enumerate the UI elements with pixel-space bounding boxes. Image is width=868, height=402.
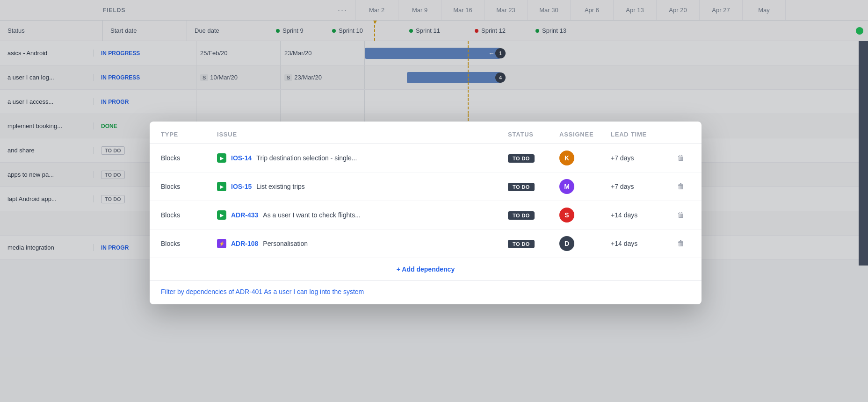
avatar: S [559, 208, 574, 223]
dependency-row[interactable]: Blocks▶ADR-433As a user I want to check … [150, 201, 702, 230]
modal-header-row: Type Issue Status Assignee Lead time [150, 122, 702, 144]
dep-lead-time-cell: +7 days [611, 183, 672, 190]
modal-issue-header: Issue [217, 131, 508, 138]
modal-assignee-header: Assignee [559, 131, 611, 138]
issue-id[interactable]: IOS-15 [231, 183, 252, 190]
issue-id[interactable]: IOS-14 [231, 154, 252, 162]
dependency-row[interactable]: Blocks▶IOS-15List existing tripsTO DOM+7… [150, 172, 702, 201]
dep-issue-cell: ▶ADR-433As a user I want to check flight… [217, 210, 508, 220]
dep-delete-cell[interactable]: 🗑 [672, 211, 690, 219]
dep-type-cell: Blocks [161, 183, 217, 190]
dep-issue-cell: ▶IOS-15List existing trips [217, 182, 508, 191]
modal-lead-time-header: Lead time [611, 131, 672, 138]
issue-id[interactable]: ADR-108 [231, 240, 258, 247]
dep-lead-time-cell: +14 days [611, 240, 672, 247]
add-dependency-button[interactable]: + Add dependency [397, 266, 455, 273]
dep-type-cell: Blocks [161, 211, 217, 219]
dep-assignee-cell: K [559, 151, 611, 165]
issue-type-icon: ▶ [217, 153, 226, 163]
dep-status-cell: TO DO [508, 239, 559, 248]
modal-type-header: Type [161, 131, 217, 138]
issue-id[interactable]: ADR-433 [231, 211, 258, 219]
dep-assignee-cell: D [559, 236, 611, 251]
dep-issue-cell: ⚡ADR-108Personalisation [217, 239, 508, 248]
dep-lead-time-cell: +7 days [611, 154, 672, 162]
dependency-row[interactable]: Blocks⚡ADR-108PersonalisationTO DOD+14 d… [150, 230, 702, 258]
dep-status-cell: TO DO [508, 182, 559, 191]
dep-assignee-cell: S [559, 208, 611, 223]
avatar: M [559, 179, 574, 194]
issue-title: As a user I want to check flights... [263, 211, 361, 219]
todo-status-badge: TO DO [508, 240, 535, 248]
todo-status-badge: TO DO [508, 183, 535, 191]
dep-type-cell: Blocks [161, 154, 217, 162]
avatar: K [559, 151, 574, 165]
add-dependency-row: + Add dependency [150, 258, 702, 280]
todo-status-badge: TO DO [508, 211, 535, 220]
dependency-modal: Type Issue Status Assignee Lead time Blo… [150, 122, 702, 304]
dep-lead-time-cell: +14 days [611, 211, 672, 219]
avatar: D [559, 236, 574, 251]
dep-delete-cell[interactable]: 🗑 [672, 154, 690, 162]
dependency-row[interactable]: Blocks▶IOS-14Trip destination selection … [150, 144, 702, 172]
issue-title: List existing trips [256, 183, 304, 190]
modal-data-rows: Blocks▶IOS-14Trip destination selection … [150, 144, 702, 258]
issue-type-icon: ▶ [217, 210, 226, 220]
dep-status-cell: TO DO [508, 211, 559, 220]
dep-type-cell: Blocks [161, 240, 217, 247]
filter-row: Filter by dependencies of ADR-401 As a u… [150, 280, 702, 304]
issue-type-icon: ▶ [217, 182, 226, 191]
dep-issue-cell: ▶IOS-14Trip destination selection - sing… [217, 153, 508, 163]
dep-assignee-cell: M [559, 179, 611, 194]
issue-title: Personalisation [263, 240, 308, 247]
issue-type-icon: ⚡ [217, 239, 226, 248]
filter-link[interactable]: Filter by dependencies of ADR-401 As a u… [161, 288, 364, 295]
modal-status-header: Status [508, 131, 559, 138]
issue-title: Trip destination selection - single... [256, 154, 357, 162]
dependency-table: Type Issue Status Assignee Lead time Blo… [150, 122, 702, 304]
todo-status-badge: TO DO [508, 154, 535, 163]
dep-delete-cell[interactable]: 🗑 [672, 239, 690, 248]
dep-status-cell: TO DO [508, 154, 559, 163]
dep-delete-cell[interactable]: 🗑 [672, 182, 690, 191]
